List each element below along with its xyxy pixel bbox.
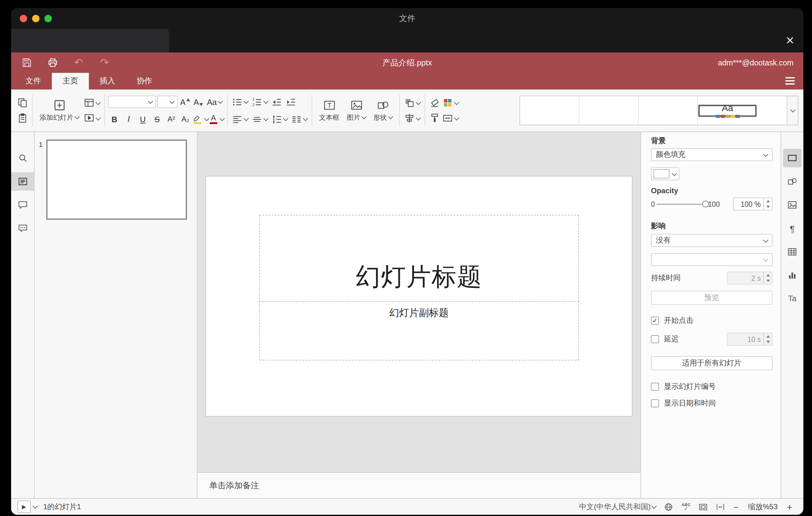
change-case-button[interactable]: Aa bbox=[206, 95, 224, 108]
insert-shape-button[interactable]: 形状 bbox=[370, 98, 396, 123]
show-slide-number-checkbox[interactable] bbox=[651, 383, 659, 391]
highlight-color-button[interactable] bbox=[193, 113, 202, 125]
slides-panel-icon[interactable] bbox=[11, 172, 34, 191]
fit-slide-icon[interactable] bbox=[699, 502, 708, 511]
slide-canvas[interactable]: 幻灯片标题 幻灯片副标题 bbox=[198, 132, 640, 472]
insert-image-button[interactable]: 图片 bbox=[343, 98, 370, 123]
subtitle-placeholder[interactable]: 幻灯片副标题 bbox=[259, 301, 579, 361]
numbering-icon[interactable]: 1 2 bbox=[251, 95, 269, 108]
search-icon[interactable] bbox=[11, 149, 34, 167]
spin-down-icon[interactable] bbox=[764, 278, 772, 284]
opacity-spinbox[interactable]: 100 % bbox=[733, 198, 773, 210]
spin-down-icon[interactable] bbox=[764, 204, 772, 210]
spin-up-icon[interactable] bbox=[764, 333, 772, 339]
spin-up-icon[interactable] bbox=[764, 272, 772, 278]
underline-button[interactable]: U bbox=[136, 113, 149, 125]
slide-title-text[interactable]: 幻灯片标题 bbox=[356, 260, 482, 294]
feedback-icon[interactable] bbox=[11, 219, 34, 238]
decrease-indent-icon[interactable] bbox=[270, 95, 283, 108]
fill-type-select[interactable]: 颜色填充 bbox=[651, 148, 773, 161]
show-datetime-checkbox[interactable] bbox=[651, 399, 659, 407]
slide-size-icon[interactable] bbox=[441, 112, 460, 125]
start-on-click-label[interactable]: 开始点击 bbox=[664, 315, 694, 326]
tab-insert[interactable]: 插入 bbox=[89, 73, 126, 89]
increase-font-icon[interactable]: A bbox=[179, 95, 191, 108]
tab-file[interactable]: 文件 bbox=[15, 73, 52, 89]
comments-icon[interactable] bbox=[11, 196, 34, 214]
opacity-slider[interactable] bbox=[657, 203, 706, 205]
table-settings-icon[interactable] bbox=[783, 242, 802, 261]
duration-spinbox[interactable]: 2 s bbox=[727, 271, 773, 285]
slide-settings-icon[interactable] bbox=[783, 149, 802, 167]
change-layout-icon[interactable] bbox=[83, 96, 101, 109]
delay-label[interactable]: 延迟 bbox=[664, 334, 679, 344]
show-slide-number-label[interactable]: 显示幻灯片编号 bbox=[664, 381, 716, 392]
italic-button[interactable]: I bbox=[122, 113, 135, 125]
font-name-combo[interactable] bbox=[108, 96, 156, 108]
align-shapes-icon[interactable] bbox=[403, 112, 422, 125]
minimize-window-button[interactable] bbox=[32, 15, 39, 22]
line-spacing-icon[interactable] bbox=[270, 113, 289, 125]
color-scheme-icon[interactable] bbox=[441, 96, 460, 109]
notes-placeholder[interactable]: 单击添加备注 bbox=[209, 480, 259, 491]
close-icon[interactable]: × bbox=[786, 30, 794, 50]
start-slideshow-status-icon[interactable]: ▶ bbox=[17, 500, 31, 513]
fill-color-picker[interactable] bbox=[651, 167, 679, 180]
font-color-button[interactable]: A bbox=[210, 113, 217, 125]
image-settings-icon[interactable] bbox=[783, 196, 802, 214]
start-slideshow-icon[interactable] bbox=[83, 112, 101, 125]
font-size-combo[interactable] bbox=[157, 96, 178, 108]
spin-up-icon[interactable] bbox=[764, 198, 772, 204]
slide[interactable]: 幻灯片标题 幻灯片副标题 bbox=[206, 176, 632, 416]
delay-spinbox[interactable]: 10 s bbox=[727, 333, 773, 346]
slide-thumbnail[interactable] bbox=[46, 140, 187, 220]
theme-tile-2[interactable] bbox=[579, 96, 639, 125]
notes-bar[interactable]: 单击添加备注 bbox=[198, 472, 640, 498]
chart-settings-icon[interactable] bbox=[783, 266, 802, 285]
print-icon[interactable] bbox=[47, 57, 59, 68]
effect-select[interactable]: 没有 bbox=[651, 234, 773, 247]
fit-width-icon[interactable] bbox=[716, 502, 725, 511]
superscript-button[interactable]: A² bbox=[165, 113, 178, 125]
arrange-shapes-icon[interactable] bbox=[403, 96, 422, 109]
theme-gallery-expand-icon[interactable] bbox=[787, 96, 798, 125]
spin-down-icon[interactable] bbox=[764, 339, 772, 345]
save-icon[interactable] bbox=[21, 57, 33, 68]
chevron-down-icon[interactable] bbox=[33, 504, 38, 509]
menu-icon[interactable] bbox=[785, 77, 795, 85]
start-on-click-checkbox[interactable]: ✓ bbox=[651, 317, 659, 325]
language-selector[interactable]: 中文(中华人民共和国) bbox=[579, 501, 656, 512]
document-language-icon[interactable] bbox=[664, 502, 673, 511]
textart-settings-icon[interactable]: Ta bbox=[783, 289, 802, 308]
shape-settings-icon[interactable] bbox=[783, 172, 802, 191]
theme-tile-1[interactable] bbox=[520, 96, 579, 125]
preview-button[interactable]: 预览 bbox=[651, 291, 773, 305]
spellcheck-icon[interactable]: ABC ✓ bbox=[682, 503, 691, 511]
clear-style-icon[interactable] bbox=[428, 96, 441, 109]
bold-button[interactable]: B bbox=[108, 113, 121, 125]
delay-checkbox[interactable] bbox=[651, 335, 659, 343]
vertical-align-icon[interactable] bbox=[251, 113, 269, 125]
effect-type-select[interactable] bbox=[651, 253, 773, 266]
theme-tile-selected[interactable]: Aa bbox=[698, 104, 757, 117]
theme-tile-3[interactable] bbox=[639, 96, 698, 125]
add-slide-button[interactable]: 添加幻灯片 bbox=[36, 98, 83, 123]
subscript-button[interactable]: A₂ bbox=[179, 113, 192, 125]
title-placeholder[interactable]: 幻灯片标题 bbox=[259, 215, 579, 302]
copy-style-icon[interactable] bbox=[428, 112, 441, 125]
increase-indent-icon[interactable] bbox=[285, 95, 297, 108]
tab-home[interactable]: 主页 bbox=[52, 73, 89, 89]
insert-textbox-button[interactable]: T 文本框 bbox=[315, 98, 343, 123]
zoom-out-button[interactable]: − bbox=[733, 502, 739, 511]
decrease-font-icon[interactable]: A bbox=[192, 95, 204, 108]
show-datetime-label[interactable]: 显示日期和时间 bbox=[664, 398, 716, 409]
columns-icon[interactable] bbox=[290, 113, 309, 125]
apply-to-all-button[interactable]: 适用于所有幻灯片 bbox=[651, 356, 773, 370]
redo-icon[interactable]: ↷ bbox=[99, 57, 111, 68]
bullets-icon[interactable] bbox=[231, 95, 249, 108]
tab-collaboration[interactable]: 协作 bbox=[126, 73, 163, 89]
undo-icon[interactable]: ↶ bbox=[73, 57, 85, 68]
strikeout-button[interactable]: S bbox=[150, 113, 164, 125]
paragraph-settings-icon[interactable]: ¶ bbox=[783, 219, 802, 238]
copy-icon[interactable] bbox=[16, 96, 29, 109]
